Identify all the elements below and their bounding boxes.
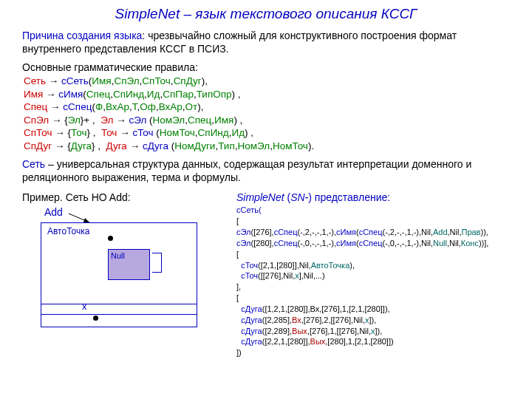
h-line [41, 314, 197, 315]
grammar-rule: СпДуг → {Дуга} , Дуга → сДуга (НомДуги,Т… [24, 140, 510, 153]
reason-label: Причина создания языка [22, 30, 142, 41]
sn-heading: SimpleNet (SN-) представление: [236, 191, 510, 203]
diagram: Add АвтоТочка Null x [22, 206, 214, 343]
null-label: Null [111, 251, 149, 260]
auto-label: АвтоТочка [47, 226, 89, 236]
grammar-block: Сеть → сСеть(Имя,СпЭл,СпТоч,СпДуг), Имя … [22, 75, 510, 152]
outer-box: АвтоТочка Null x [41, 222, 197, 327]
page-title: SimpleNet – язык текстового описания КСС… [22, 6, 510, 22]
net-explanation: Сеть – универсальная структура данных, с… [22, 158, 510, 184]
example-heading: Пример. Сеть HO Add: [22, 191, 229, 203]
code-listing: сСеть( [ сЭл([276],сСпец(-,2,-,-,1,-),сИ… [236, 205, 510, 358]
auto-dot [108, 236, 113, 241]
null-box: Null [108, 249, 150, 280]
arc-line [152, 253, 162, 273]
grammar-rule: СпТоч → {Точ} , Точ → сТоч (НомТоч,СпИнд… [24, 126, 510, 140]
grammar-rule: СпЭл → {Эл}+ , Эл → сЭл (НомЭл,Спец,Имя)… [24, 114, 510, 127]
reason-paragraph: Причина создания языка: чрезвычайно слож… [22, 30, 510, 55]
title-prefix: SimpleNet [115, 6, 180, 21]
grammar-rule: Спец → сСпец(Ф,ВхАр,Т,Оф,ВхАр,От), [24, 100, 510, 114]
x-dot [93, 316, 98, 321]
title-rest: – язык текстового описания КССГ [180, 6, 417, 21]
grammar-rule: Имя → сИмя(Спец,СпИнд,Ид,СпПар,ТипОпр) , [24, 88, 510, 101]
x-label: x [82, 301, 87, 312]
rules-heading: Основные грамматические правила: [22, 61, 510, 73]
grammar-rule: Сеть → сСеть(Имя,СпЭл,СпТоч,СпДуг), [24, 75, 510, 88]
h-line [41, 304, 197, 304]
add-label: Add [44, 206, 63, 218]
